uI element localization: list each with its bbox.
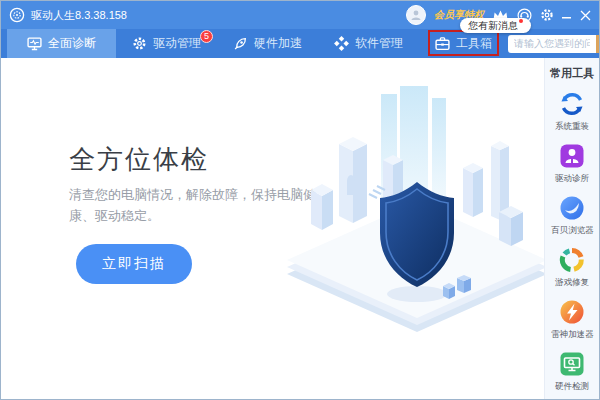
close-button[interactable] bbox=[580, 10, 591, 21]
tab-label: 软件管理 bbox=[355, 35, 403, 52]
monitor-diagnosis-icon bbox=[27, 36, 42, 51]
sidebar-item-label: 系统重装 bbox=[555, 120, 589, 132]
app-window: 驱动人生8.3.38.158 会员享特权 bbox=[0, 0, 600, 400]
app-title: 驱动人生8.3.38.158 bbox=[31, 8, 127, 23]
settings-gear-icon[interactable] bbox=[540, 8, 554, 22]
notification-text: 您有新消息 bbox=[468, 20, 518, 31]
sidebar-item-game-repair[interactable]: 游戏修复 bbox=[554, 247, 590, 289]
tab-hardware-boost[interactable]: 硬件加速 bbox=[217, 29, 318, 58]
sidebar-item-driver-clinic[interactable]: 驱动诊所 bbox=[554, 143, 590, 185]
notification-bubble[interactable]: 您有新消息 bbox=[460, 18, 531, 33]
sidebar-header: 常用工具 bbox=[550, 66, 594, 81]
search-button[interactable] bbox=[596, 35, 600, 53]
tab-label: 全面诊断 bbox=[48, 35, 96, 52]
tab-label: 工具箱 bbox=[456, 35, 492, 52]
sidebar-item-thor-booster[interactable]: 雷神加速器 bbox=[550, 299, 595, 341]
sidebar-item-baibei-browser[interactable]: 百贝浏览器 bbox=[550, 195, 595, 237]
scan-now-button[interactable]: 立即扫描 bbox=[76, 244, 192, 284]
search-input[interactable] bbox=[508, 35, 596, 53]
sidebar-item-label: 游戏修复 bbox=[555, 276, 589, 288]
system-reinstall-icon bbox=[559, 91, 585, 117]
nav-bar: 全面诊断 驱动管理 5 硬件加速 软件管 bbox=[1, 29, 599, 58]
user-icon bbox=[409, 8, 423, 22]
main-panel: 全方位体检 清查您的电脑情况，解除故障，保持电脑健康、驱动稳定。 立即扫描 bbox=[1, 58, 544, 399]
game-repair-icon bbox=[559, 247, 585, 273]
toolbox-icon bbox=[435, 36, 450, 51]
driver-update-badge: 5 bbox=[200, 30, 213, 43]
rocket-icon bbox=[233, 36, 248, 51]
search-box bbox=[508, 35, 600, 53]
minimize-button[interactable] bbox=[562, 10, 572, 20]
sidebar-item-label: 驱动诊所 bbox=[555, 172, 589, 184]
gear-icon bbox=[132, 36, 147, 51]
sidebar-item-label: 硬件检测 bbox=[555, 380, 589, 392]
sidebar-item-label: 百贝浏览器 bbox=[551, 224, 594, 236]
thor-booster-icon bbox=[559, 299, 585, 325]
baibei-browser-icon bbox=[559, 195, 585, 221]
page-title: 全方位体检 bbox=[69, 142, 209, 177]
avatar[interactable] bbox=[406, 5, 426, 25]
hardware-check-icon bbox=[559, 351, 585, 377]
tab-label: 驱动管理 bbox=[153, 35, 201, 52]
driver-clinic-icon bbox=[559, 143, 585, 169]
sidebar-item-label: 雷神加速器 bbox=[551, 328, 594, 340]
tab-toolbox[interactable]: 工具箱 bbox=[419, 29, 508, 58]
tab-software-management[interactable]: 软件管理 bbox=[318, 29, 419, 58]
shield-illustration bbox=[277, 86, 547, 336]
tab-label: 硬件加速 bbox=[254, 35, 302, 52]
sidebar-item-system-reinstall[interactable]: 系统重装 bbox=[554, 91, 590, 133]
drive-life-logo-icon bbox=[9, 7, 25, 23]
tab-full-diagnosis[interactable]: 全面诊断 bbox=[7, 29, 116, 58]
software-icon bbox=[334, 36, 349, 51]
sidebar-item-hardware-check[interactable]: 硬件检测 bbox=[554, 351, 590, 393]
common-tools-sidebar: 常用工具 系统重装 驱动诊所 bbox=[544, 58, 599, 399]
notification-dot bbox=[519, 19, 523, 23]
tab-driver-management[interactable]: 驱动管理 5 bbox=[116, 29, 217, 58]
